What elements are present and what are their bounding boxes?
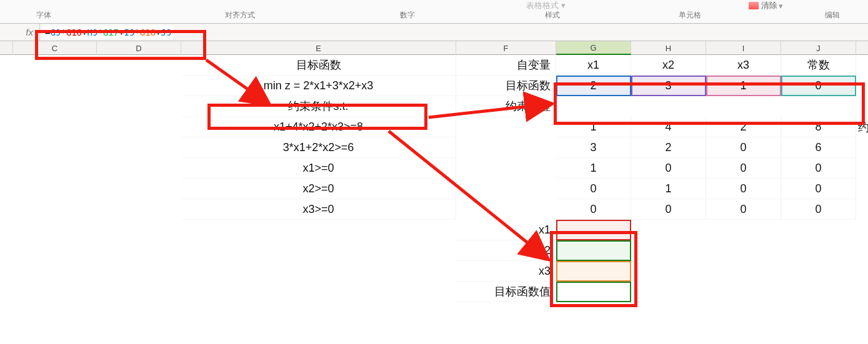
cell-active[interactable]	[556, 282, 631, 302]
worksheet[interactable]: C D E F G H I J 目标函数 自变量 x1 x2 x3 常数 min…	[0, 41, 868, 344]
eraser-icon	[749, 2, 759, 9]
col-header-C[interactable]: C	[12, 41, 97, 55]
cell[interactable]: 0	[706, 137, 781, 158]
ribbon-group-styles: 样式	[545, 10, 560, 21]
cell-partial: 约	[858, 120, 868, 135]
column-headers: C D E F G H I J	[0, 41, 868, 55]
col-header-H[interactable]: H	[631, 41, 706, 55]
cell[interactable]: x2	[631, 55, 706, 76]
cell[interactable]: 目标函数	[456, 76, 556, 96]
cell[interactable]: 0	[631, 199, 706, 220]
cell[interactable]: 0	[706, 179, 781, 199]
cell[interactable]: x2	[456, 240, 556, 261]
cell[interactable]: x1	[456, 220, 556, 240]
cell[interactable]: 3	[556, 137, 631, 158]
cell[interactable]: 目标函数值	[456, 282, 556, 302]
cell[interactable]: 0	[706, 199, 781, 220]
col-header-F[interactable]: F	[456, 41, 556, 55]
cell[interactable]: 1	[631, 179, 706, 199]
cell[interactable]: 2	[706, 117, 781, 137]
cell[interactable]: x3	[706, 55, 781, 76]
cell[interactable]: 0	[781, 179, 856, 199]
cell[interactable]: 3*x1+2*x2>=6	[181, 137, 456, 158]
cell[interactable]: 约束方程	[456, 96, 556, 117]
fx-icon[interactable]: fx	[0, 24, 40, 41]
ribbon-group-number: 数字	[400, 10, 415, 21]
ribbon-group-font: 字体	[36, 10, 51, 21]
cell[interactable]: 自变量	[456, 55, 556, 76]
cell[interactable]: 8	[781, 117, 856, 137]
ribbon-group-cells: 单元格	[679, 10, 701, 21]
cell[interactable]: 常数	[781, 55, 856, 76]
col-header-I[interactable]: I	[706, 41, 781, 55]
cell[interactable]: x2>=0	[181, 179, 456, 199]
ribbon-group-labels: 表格格式 ▾ 清除 ▾ 字体 对齐方式 数字 样式 单元格 编辑	[0, 0, 868, 24]
cell[interactable]	[556, 261, 631, 282]
ribbon-group-editing: 编辑	[825, 10, 840, 21]
cell[interactable]: 约束条件s.t.	[181, 96, 456, 117]
cell[interactable]: 0	[781, 158, 856, 179]
cell[interactable]: 0	[706, 158, 781, 179]
col-header-E[interactable]: E	[181, 41, 456, 55]
col-header-D[interactable]: D	[97, 41, 181, 55]
formula-bar: fx =G9*G16+H9*G17+I9*G18+J9	[0, 24, 868, 41]
ribbon-group-alignment: 对齐方式	[225, 10, 255, 21]
cell[interactable]: 6	[781, 137, 856, 158]
cell[interactable]: min z = 2*x1+3*x2+x3	[181, 76, 456, 96]
cell[interactable]: 4	[631, 117, 706, 137]
formula-input[interactable]: =G9*G16+H9*G17+I9*G18+J9	[42, 26, 174, 39]
cell[interactable]: 0	[781, 199, 856, 220]
cell[interactable]: 1	[556, 158, 631, 179]
cell[interactable]: x3	[456, 261, 556, 282]
cell[interactable]: 2	[631, 137, 706, 158]
cell[interactable]: x3>=0	[181, 199, 456, 220]
cell[interactable]: 0	[631, 158, 706, 179]
cell[interactable]: 2	[556, 76, 631, 96]
cell[interactable]: 1	[706, 76, 781, 96]
cell[interactable]: x1>=0	[181, 158, 456, 179]
cell[interactable]: 0	[556, 179, 631, 199]
cell[interactable]: 3	[631, 76, 706, 96]
cell[interactable]: 0	[556, 199, 631, 220]
cell[interactable]	[556, 220, 631, 240]
cell[interactable]: x1+4*x2+2*x3>=8	[181, 117, 456, 137]
cell[interactable]	[556, 240, 631, 261]
col-header-G[interactable]: G	[556, 41, 631, 55]
cell[interactable]: x1	[556, 55, 631, 76]
cell[interactable]: 0	[781, 76, 856, 96]
cell[interactable]: 目标函数	[181, 55, 456, 76]
col-header-J[interactable]: J	[781, 41, 856, 55]
clear-dropdown[interactable]: 清除 ▾	[749, 0, 783, 11]
cell[interactable]: 1	[556, 117, 631, 137]
